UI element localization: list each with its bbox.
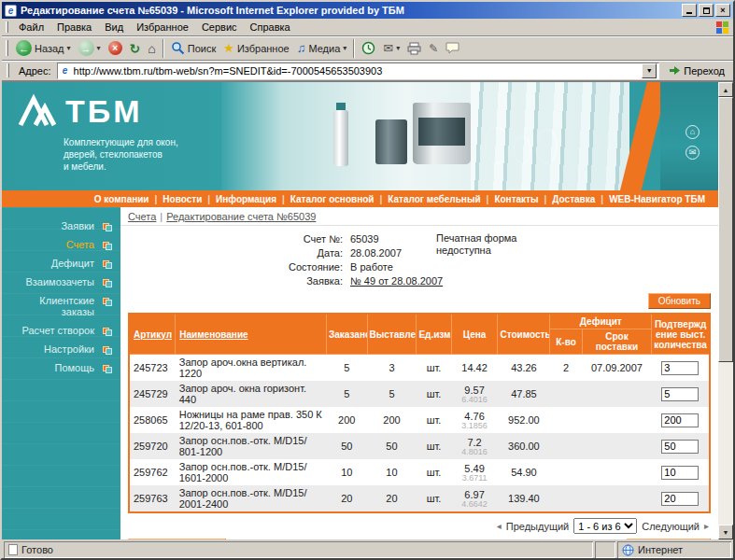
restore-button[interactable] — [699, 4, 714, 17]
cell-unit: шт. — [417, 381, 451, 407]
cell-unit: шт. — [417, 459, 451, 485]
sidebar-item-5[interactable]: Расчет створок — [2, 321, 120, 340]
breadcrumb-current-link[interactable]: Редактирование счета №65039 — [166, 211, 316, 222]
nav-item-2[interactable]: Информация — [210, 194, 282, 204]
confirm-qty-input[interactable] — [661, 440, 699, 454]
refresh-invoice-button[interactable]: Обновить — [648, 293, 711, 309]
favorites-button[interactable]: ★ Избранное — [219, 37, 292, 60]
scroll-thumb[interactable] — [718, 97, 733, 362]
column-header-price: Цена — [451, 314, 498, 355]
cell-deficit-qty — [550, 485, 582, 512]
nav-item-0[interactable]: О компании — [89, 194, 155, 204]
nav-item-5[interactable]: Контакты — [488, 194, 544, 204]
chevron-down-icon: ▾ — [396, 44, 400, 52]
page-range-select[interactable]: 1 - 6 из 6 — [573, 518, 637, 534]
previous-page-link[interactable]: Предыдущий — [506, 521, 569, 532]
paint-can-image — [375, 119, 407, 164]
column-header-name[interactable]: Наименование — [179, 329, 247, 340]
banner: ⌂ ✉ ТБМ Комплектующие для окон, дверей, … — [2, 82, 718, 190]
toolbar-grip — [6, 40, 8, 57]
edit-button[interactable]: ✎ — [425, 37, 442, 60]
cell-price: 4.763.1856 — [451, 407, 498, 433]
menu-item-2[interactable]: Вид — [98, 20, 130, 35]
sidebar-item-4[interactable]: Клиентские заказы — [2, 291, 120, 321]
sidebar-item-label: Дефицит — [51, 258, 94, 269]
menu-item-3[interactable]: Избранное — [130, 20, 195, 35]
menu-item-1[interactable]: Правка — [50, 20, 98, 35]
scroll-up-button[interactable]: ▲ — [718, 82, 733, 97]
confirm-qty-input[interactable] — [661, 492, 699, 506]
history-button[interactable] — [358, 37, 379, 60]
confirm-qty-input[interactable] — [661, 387, 699, 401]
minimize-button[interactable] — [682, 4, 697, 17]
price-secondary: 3.1856 — [454, 422, 495, 430]
security-zone-pane: Интернет — [617, 541, 731, 558]
nav-item-6[interactable]: Доставка — [546, 194, 601, 204]
sidebar-item-7[interactable]: Помощь — [2, 358, 120, 377]
search-button[interactable]: Поиск — [167, 37, 219, 60]
ie-logo-icon: e — [5, 5, 17, 17]
column-header-article[interactable]: Артикул — [134, 329, 172, 340]
next-page-icon[interactable]: ▸ — [704, 521, 709, 531]
invoice-request-link[interactable]: № 49 от 28.08.2007 — [343, 274, 443, 288]
scroll-down-button[interactable]: ▼ — [718, 525, 733, 539]
sidebar-item-label: Настройки — [44, 343, 94, 355]
decline-invoice-button[interactable]: Отказ от счета — [627, 539, 711, 539]
menu-item-5[interactable]: Справка — [244, 20, 297, 35]
status-empty-pane — [595, 541, 615, 558]
cell-cost: 139.40 — [498, 485, 550, 512]
confirm-qty-input[interactable] — [661, 466, 699, 480]
chevron-down-icon: ▾ — [67, 44, 71, 52]
confirm-qty-input[interactable] — [661, 361, 699, 375]
toolbar-grip — [6, 21, 8, 34]
sidebar-item-6[interactable]: Настройки — [2, 340, 120, 358]
menu-item-0[interactable]: Файл — [12, 20, 50, 35]
previous-page-icon[interactable]: ◂ — [497, 521, 502, 531]
table-row: 258065Ножницы на раме прав. 350 К 12/20-… — [129, 407, 710, 433]
sidebar-item-marker-icon — [103, 279, 112, 287]
sidebar-item-marker-icon — [103, 242, 112, 250]
table-row: 245723Запор ароч.окна вертикал. 122053шт… — [129, 355, 710, 382]
nav-item-1[interactable]: Новости — [157, 194, 207, 204]
home-button[interactable]: ⌂ — [144, 37, 159, 60]
menu-item-4[interactable]: Сервис — [195, 20, 244, 35]
next-page-link[interactable]: Следующий — [642, 521, 700, 532]
sidebar-item-marker-icon — [103, 346, 112, 355]
sidebar-item-marker-icon — [103, 365, 112, 373]
cell-deficit-date — [582, 433, 652, 459]
address-dropdown-button[interactable]: ▼ — [642, 63, 657, 78]
sidebar-item-1[interactable]: Счета — [2, 235, 120, 254]
media-button[interactable]: ♫ Медиа ▾ — [293, 37, 351, 60]
cell-cost: 47.85 — [498, 381, 550, 407]
table-row: 259763Запор осн.пов.-отк. М/D15/ 2001-24… — [129, 485, 710, 512]
address-input[interactable] — [74, 65, 640, 77]
scrollbar-track[interactable] — [718, 97, 733, 525]
confirm-invoice-button[interactable]: Подтвердить счет — [128, 539, 226, 539]
discuss-button[interactable] — [442, 37, 463, 60]
sidebar-item-2[interactable]: Дефицит — [2, 254, 120, 273]
toolbar-separator — [163, 39, 164, 58]
forward-button[interactable]: → ▾ — [75, 37, 105, 60]
cell-unit: шт. — [417, 407, 451, 433]
mail-button[interactable]: ✉▾ — [379, 37, 403, 60]
toolbar-separator — [353, 39, 355, 58]
confirm-qty-input[interactable] — [661, 413, 699, 427]
vertical-scrollbar[interactable]: ▲ ▼ — [718, 82, 733, 539]
sidebar-item-label: Расчет створок — [22, 325, 94, 336]
sidebar-item-0[interactable]: Заявки — [2, 217, 120, 235]
go-button[interactable]: Переход — [663, 63, 730, 77]
breadcrumb-invoices-link[interactable]: Счета — [128, 211, 156, 222]
nav-item-7[interactable]: WEB-Навигатор ТБМ — [603, 194, 711, 204]
nav-item-3[interactable]: Каталог основной — [285, 194, 380, 204]
mail-icon[interactable]: ✉ — [686, 146, 700, 160]
close-button[interactable]: × — [715, 4, 730, 17]
stop-button[interactable]: × — [105, 37, 126, 60]
nav-item-4[interactable]: Каталог мебельный — [382, 194, 486, 204]
sidebar-item-3[interactable]: Взаимозачеты — [2, 273, 120, 291]
home-icon[interactable]: ⌂ — [686, 125, 700, 139]
cell-deficit-qty — [550, 433, 582, 459]
print-button[interactable] — [403, 37, 425, 60]
refresh-button[interactable]: ↻ — [126, 37, 145, 60]
go-label: Переход — [684, 65, 725, 77]
back-button[interactable]: ← Назад ▾ — [12, 37, 75, 60]
